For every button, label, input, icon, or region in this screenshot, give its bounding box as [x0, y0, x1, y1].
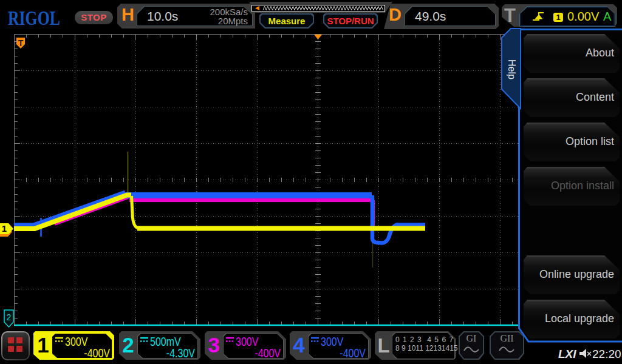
svg-text:1: 1: [2, 223, 7, 234]
svg-text:2: 2: [7, 312, 12, 322]
svg-text:1: 1: [556, 13, 560, 22]
svg-text:T: T: [18, 38, 24, 48]
